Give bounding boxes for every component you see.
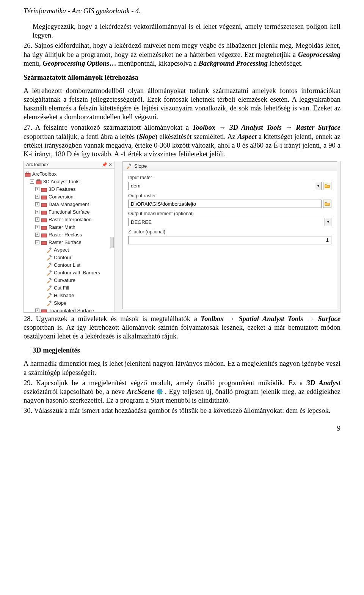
item-30: 30. Válasszuk a már ismert adat hozzáadá… (24, 406, 340, 415)
tree-tool[interactable]: Contour (25, 254, 114, 261)
svg-rect-7 (41, 203, 47, 207)
section-3d-title: 3D megjelenítés (24, 346, 340, 355)
tree-tool[interactable]: Slope (25, 299, 114, 307)
svg-rect-9 (41, 219, 47, 222)
measurement-field[interactable] (128, 218, 323, 226)
collapse-icon[interactable]: − (35, 240, 39, 244)
expand-icon[interactable]: + (35, 195, 39, 199)
tree-item[interactable]: +3D Features (25, 186, 114, 193)
expand-icon[interactable]: + (35, 202, 39, 206)
svg-rect-4 (38, 179, 40, 181)
expand-icon[interactable]: + (35, 309, 39, 313)
item-28: 28. Ugyanezek a műveletek és mások is me… (24, 314, 340, 341)
tree-item[interactable]: +Raster Interpolation (25, 216, 114, 224)
output-raster-label: Output raster (128, 193, 331, 199)
expand-icon[interactable]: + (35, 187, 39, 191)
toolset-icon (41, 232, 47, 238)
tree-item[interactable]: +Raster Math (25, 224, 114, 231)
hammer-icon (46, 293, 52, 299)
hammer-icon (46, 300, 52, 306)
tree-3d-analyst[interactable]: − 3D Analyst Tools (25, 178, 114, 186)
browse-button[interactable] (323, 182, 331, 190)
svg-rect-2 (27, 172, 29, 173)
tree-item[interactable]: +Triangulated Surface (25, 307, 114, 313)
folder-icon (325, 201, 330, 206)
svg-rect-6 (41, 196, 47, 199)
scrollbar-handle[interactable] (110, 237, 114, 248)
dropdown-icon[interactable]: ▾ (325, 218, 331, 226)
tree-item[interactable]: +Raster Reclass (25, 231, 114, 239)
tree-root[interactable]: ArcToolbox (25, 170, 114, 178)
tree-tool[interactable]: Contour with Barriers (25, 269, 114, 277)
page-header: Térinformatika - Arc GIS gyakorlatok - 4… (24, 7, 340, 16)
dropdown-icon[interactable]: ▾ (315, 182, 322, 190)
hammer-icon (46, 277, 52, 283)
svg-rect-15 (49, 262, 52, 265)
expand-icon[interactable]: + (35, 225, 39, 229)
browse-button[interactable] (323, 200, 331, 208)
toolbox-icon (25, 171, 31, 177)
tree-raster-surface[interactable]: − Raster Surface (25, 239, 114, 246)
toolbox-icon (36, 179, 42, 185)
hammer-icon (46, 262, 52, 268)
arcscene-icon (157, 389, 163, 395)
collapse-icon[interactable]: − (30, 179, 34, 184)
tree-tool[interactable]: Curvature (25, 277, 114, 284)
hammer-icon (46, 285, 52, 291)
item-29-num: 29. (24, 379, 32, 387)
svg-rect-25 (129, 163, 131, 166)
svg-rect-20 (49, 300, 52, 303)
arctoolbox-title: ArcToolbox (26, 162, 49, 168)
svg-rect-12 (41, 241, 47, 245)
svg-rect-14 (49, 255, 52, 257)
hammer-icon (126, 163, 132, 169)
zfactor-label: Z factor (optional) (128, 229, 331, 235)
pin-icon[interactable]: 📌 ✕ (102, 162, 112, 168)
toolset-icon (41, 201, 47, 208)
svg-point-26 (157, 389, 162, 394)
section-derived-paragraph: A létrehozott domborzatmodellből olyan á… (24, 87, 340, 122)
item-27: 27. A felszínre vonatkozó származtatott … (24, 123, 340, 159)
svg-rect-5 (41, 188, 47, 192)
arcgis-screenshot: ArcToolbox 📌 ✕ ArcToolbox − 3D Analyst T… (24, 161, 340, 313)
svg-rect-13 (49, 247, 52, 250)
tree-tool[interactable]: Hillshade (25, 292, 114, 299)
output-raster-field[interactable] (128, 200, 322, 208)
expand-icon[interactable]: + (35, 217, 39, 222)
intro-paragraph: Megjegyezzük, hogy a lekérdezést vektorá… (24, 22, 340, 40)
item-29: 29. Kapcsoljuk be a megjelenítést végző … (24, 379, 340, 405)
svg-rect-17 (49, 277, 52, 280)
input-raster-field[interactable] (128, 182, 313, 190)
expand-icon[interactable]: + (35, 210, 39, 214)
dialog-title: Slope (134, 163, 147, 169)
input-raster-label: Input raster (128, 175, 331, 181)
svg-rect-19 (49, 293, 52, 295)
toolset-icon (41, 217, 47, 223)
tree-item[interactable]: +Conversion (25, 193, 114, 201)
toolset-icon (41, 194, 47, 200)
tree-tool[interactable]: Aspect (25, 246, 114, 254)
svg-rect-3 (36, 181, 41, 184)
toolbox-tree: ArcToolbox − 3D Analyst Tools +3D Featur… (24, 169, 115, 313)
tree-item[interactable]: +Data Management (25, 201, 114, 208)
svg-rect-21 (41, 310, 47, 313)
expand-icon[interactable]: + (35, 233, 39, 237)
section-3d-paragraph: A harmadik dimenziót meg is lehet jelení… (24, 359, 340, 377)
section-derived-title: Származtatott állományok létrehozása (24, 73, 340, 82)
tree-tool[interactable]: Cut Fill (25, 284, 114, 292)
svg-rect-18 (49, 285, 52, 288)
folder-icon (325, 183, 330, 189)
svg-rect-10 (41, 226, 47, 230)
hammer-icon (46, 247, 52, 253)
zfactor-field[interactable] (128, 236, 331, 244)
tree-tool[interactable]: Contour List (25, 261, 114, 269)
item-26: 26. Sajnos előfordulhat, hogy a lekérdez… (24, 41, 340, 68)
item-28-num: 28. (24, 315, 32, 323)
hammer-icon (46, 270, 52, 276)
tree-item[interactable]: +Functional Surface (25, 208, 114, 216)
item-30-num: 30. (24, 407, 32, 414)
page-number: 9 (24, 424, 340, 433)
arctoolbox-panel: ArcToolbox 📌 ✕ ArcToolbox − 3D Analyst T… (24, 161, 115, 312)
item-26-num: 26. (24, 42, 32, 49)
slope-dialog: Slope Input raster ▾ Output raster (122, 161, 337, 309)
